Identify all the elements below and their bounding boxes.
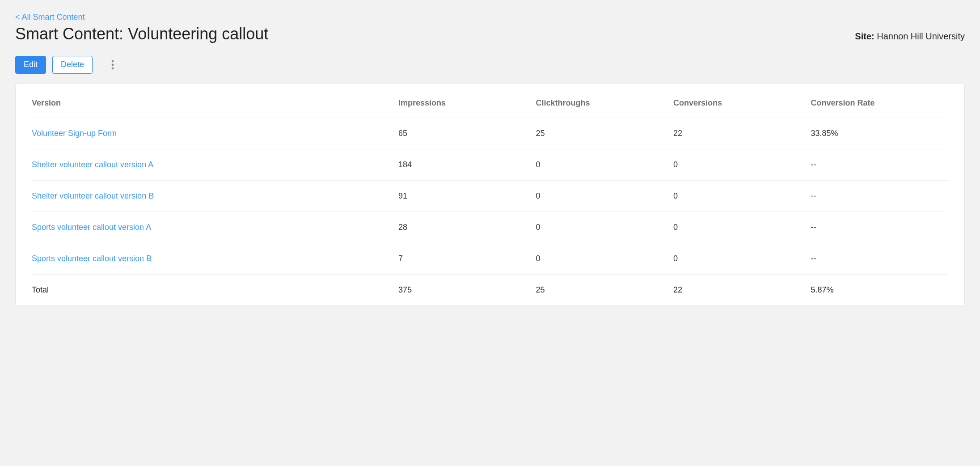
total-conversion-rate: 5.87% bbox=[811, 274, 949, 305]
more-actions-button[interactable] bbox=[107, 57, 118, 72]
cell-clickthroughs: 0 bbox=[536, 243, 674, 274]
version-link[interactable]: Sports volunteer callout version A bbox=[32, 223, 151, 232]
cell-impressions: 91 bbox=[398, 180, 536, 212]
cell-conversions: 0 bbox=[673, 149, 811, 180]
cell-conversion-rate: -- bbox=[811, 243, 949, 274]
cell-clickthroughs: 25 bbox=[536, 118, 674, 149]
table-row: Volunteer Sign-up Form 65 25 22 33.85% bbox=[32, 118, 948, 149]
cell-impressions: 28 bbox=[398, 212, 536, 243]
cell-conversions: 22 bbox=[673, 118, 811, 149]
breadcrumb-link[interactable]: < All Smart Content bbox=[15, 13, 85, 22]
col-header-conversion-rate[interactable]: Conversion Rate bbox=[811, 84, 949, 118]
cell-impressions: 184 bbox=[398, 149, 536, 180]
stats-table: Version Impressions Clickthroughs Conver… bbox=[32, 84, 948, 305]
stats-card: Version Impressions Clickthroughs Conver… bbox=[15, 84, 965, 306]
table-row: Sports volunteer callout version B 7 0 0… bbox=[32, 243, 948, 274]
svg-point-1 bbox=[112, 64, 114, 66]
total-impressions: 375 bbox=[398, 274, 536, 305]
site-indicator: Site: Hannon Hill University bbox=[855, 31, 965, 42]
col-header-clickthroughs[interactable]: Clickthroughs bbox=[536, 84, 674, 118]
total-clickthroughs: 25 bbox=[536, 274, 674, 305]
cell-clickthroughs: 0 bbox=[536, 180, 674, 212]
cell-impressions: 65 bbox=[398, 118, 536, 149]
cell-conversion-rate: -- bbox=[811, 212, 949, 243]
version-link[interactable]: Shelter volunteer callout version B bbox=[32, 191, 154, 200]
version-link[interactable]: Shelter volunteer callout version A bbox=[32, 160, 153, 169]
svg-point-2 bbox=[112, 67, 114, 69]
svg-point-0 bbox=[112, 60, 114, 62]
delete-button[interactable]: Delete bbox=[52, 56, 93, 74]
total-label: Total bbox=[32, 274, 398, 305]
cell-conversion-rate: -- bbox=[811, 149, 949, 180]
col-header-version[interactable]: Version bbox=[32, 84, 398, 118]
cell-clickthroughs: 0 bbox=[536, 149, 674, 180]
cell-conversion-rate: -- bbox=[811, 180, 949, 212]
col-header-conversions[interactable]: Conversions bbox=[673, 84, 811, 118]
site-label: Site: bbox=[855, 31, 874, 41]
table-total-row: Total 375 25 22 5.87% bbox=[32, 274, 948, 305]
table-row: Shelter volunteer callout version B 91 0… bbox=[32, 180, 948, 212]
table-row: Sports volunteer callout version A 28 0 … bbox=[32, 212, 948, 243]
cell-conversion-rate: 33.85% bbox=[811, 118, 949, 149]
edit-button[interactable]: Edit bbox=[15, 56, 46, 74]
more-vertical-icon bbox=[111, 60, 114, 70]
cell-clickthroughs: 0 bbox=[536, 212, 674, 243]
cell-conversions: 0 bbox=[673, 212, 811, 243]
col-header-impressions[interactable]: Impressions bbox=[398, 84, 536, 118]
page-title: Smart Content: Volunteering callout bbox=[15, 25, 268, 43]
cell-impressions: 7 bbox=[398, 243, 536, 274]
table-row: Shelter volunteer callout version A 184 … bbox=[32, 149, 948, 180]
total-conversions: 22 bbox=[673, 274, 811, 305]
cell-conversions: 0 bbox=[673, 243, 811, 274]
version-link[interactable]: Sports volunteer callout version B bbox=[32, 254, 152, 263]
version-link[interactable]: Volunteer Sign-up Form bbox=[32, 129, 117, 138]
cell-conversions: 0 bbox=[673, 180, 811, 212]
site-name: Hannon Hill University bbox=[877, 31, 965, 41]
